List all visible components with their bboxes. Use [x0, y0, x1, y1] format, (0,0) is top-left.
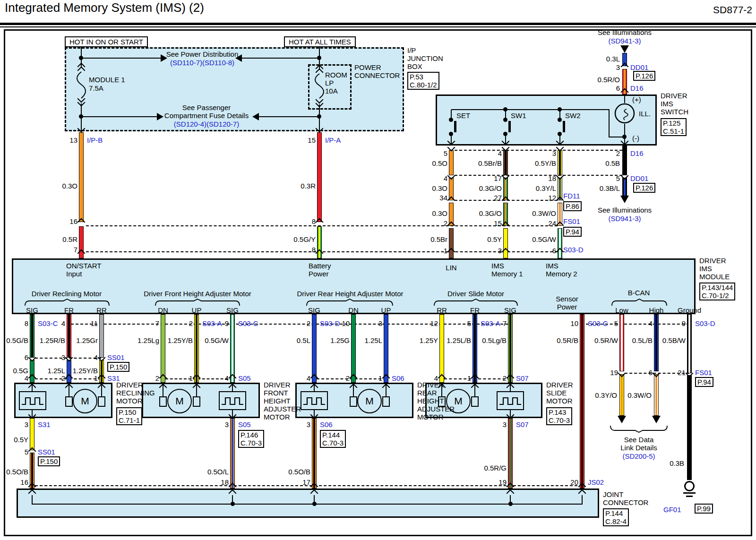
hot-label: HOT IN ON OR START: [65, 36, 148, 47]
wire-gauge: 1.25Gr: [76, 336, 98, 344]
refbox: P.99: [695, 504, 713, 514]
pin-number: 5: [467, 319, 471, 327]
connector-name: D16: [630, 84, 644, 92]
connector-name: S03-D: [695, 319, 715, 327]
pin-number: 5: [614, 319, 618, 327]
jb-ref-page: P.53: [410, 73, 437, 81]
wire-gauge: 0.5O/B: [6, 468, 28, 476]
pin-number: 2: [189, 319, 193, 327]
motor2-title: DRIVER: [264, 381, 291, 389]
page-title: Integrated Memory System (IMS) (2): [5, 4, 204, 12]
wire-g4-fr: [472, 314, 477, 383]
wire-g2-dn: [161, 314, 165, 383]
see-illuminations-ref: (SD941-3): [608, 214, 641, 223]
pin-number: 16: [20, 478, 28, 486]
module-pin-label: RR: [437, 306, 447, 314]
pin-number: 3: [61, 353, 65, 361]
see-data-link-2: Link Details: [620, 444, 657, 452]
ref-page: P.144: [322, 431, 344, 439]
position-sensor-icon: [19, 391, 46, 410]
connector-name: S03-C: [38, 319, 58, 327]
wire-gauge: 0.3G/O: [479, 209, 502, 217]
connector-name: S03-A: [481, 319, 500, 327]
pin-number: 18: [548, 174, 556, 182]
module-pin-label: DN: [348, 306, 359, 314]
pin-number: 15: [308, 136, 316, 144]
fuse2-rating: 10A: [325, 87, 338, 95]
jb-name-3: BOX: [407, 62, 422, 70]
module-input-mem1-1: IMS: [491, 262, 504, 270]
pin-number: 8: [312, 217, 316, 225]
connector-name: I/P-A: [325, 136, 341, 144]
motor-terminal-icon: [98, 396, 105, 407]
power-connector-label-1: POWER: [354, 63, 381, 71]
connector-name: I/P-B: [87, 136, 103, 144]
pin-number: 3: [25, 420, 28, 429]
module-input-mem1-2: Memory 1: [491, 270, 523, 278]
connector-name: SS01: [38, 448, 55, 456]
pin-number: 5: [25, 448, 28, 456]
fuse1-rating: 7.5A: [89, 84, 103, 92]
module-pin-label: FR: [470, 306, 480, 314]
arrow-down-icon: [618, 416, 626, 423]
minus-label: (-): [632, 134, 639, 142]
title-rule-thick: [0, 23, 756, 25]
switch-bus-line: [451, 109, 610, 110]
ill-label: ILL.: [639, 110, 651, 118]
wire-bcan-low: [619, 314, 624, 371]
power-connector-label-2: CONNECTOR: [354, 71, 400, 79]
module-title-3: MODULE: [699, 273, 730, 281]
motor1-title: RECLINING: [116, 389, 155, 397]
refbox: P.144 C.70-3: [320, 430, 346, 448]
wire-gauge: 0.5Y: [14, 436, 28, 444]
wire-gauge: 0.5L: [297, 336, 310, 344]
connector-name: S05: [238, 374, 251, 382]
arrow-down-icon: [652, 416, 661, 423]
plus-label: (+): [632, 95, 641, 103]
ref-page: P.86: [566, 202, 579, 210]
wire-g3-up: [384, 314, 388, 383]
wire-gauge: 0.3W/O: [627, 391, 652, 399]
wire-ipa-0.3R: [317, 132, 322, 222]
pin-number: 6: [649, 369, 653, 377]
pin-number: 7: [74, 246, 77, 254]
junction-dot: [503, 107, 507, 111]
group-brace: [306, 299, 393, 306]
wire-gauge: 1.25L: [47, 367, 65, 375]
wire-gauge: 1.25Y/B: [73, 367, 98, 375]
ref-conn: C.70-1/2: [702, 291, 733, 300]
wire-g3-dn: [351, 314, 356, 383]
jb-name-1: I/P: [407, 46, 416, 54]
connector-name: S03-C: [238, 319, 258, 327]
pin-number: 9: [225, 319, 229, 327]
wire-gauge: 0.5R/O: [597, 76, 620, 84]
connector-name: JS02: [588, 478, 604, 486]
pin-number: 2: [616, 149, 620, 157]
motor3-title: HEIGHT: [417, 397, 444, 405]
group-brace: [25, 299, 110, 306]
pin-number: 4: [25, 374, 28, 382]
connector-name: S03-D: [563, 246, 584, 254]
refbox: P.94: [695, 377, 713, 387]
wire-gauge: 0.5G: [13, 367, 28, 375]
wire-gauge: 0.5R: [62, 235, 77, 243]
wire-gauge: 0.5G/W: [532, 235, 556, 243]
wire-gauge: 0.3Y/O: [595, 391, 617, 399]
wire-gauge: 0.5Br: [430, 235, 447, 243]
connector-name: S03-C: [588, 319, 608, 327]
pin-number: 2: [307, 319, 310, 327]
connector-name: S07: [516, 420, 529, 429]
group-name: Driver Front Height Adjuster Motor: [144, 290, 251, 298]
connector-row-dash: [455, 150, 622, 151]
module-title-1: DRIVER: [699, 257, 726, 265]
switch-contact-icon: [563, 121, 565, 132]
position-sensor-icon: [219, 391, 246, 410]
sensor-power-label-2: Power: [557, 303, 577, 311]
wire-gauge: 0.5O: [432, 159, 447, 167]
motor4-refbox: P.143 C.70-3: [546, 407, 572, 425]
ref-page: P.150: [119, 408, 140, 416]
ref-page: P.126: [636, 72, 653, 80]
pin-number: 3: [552, 149, 556, 157]
wire-ground-0.3B: [687, 375, 692, 480]
wire-ipb-0.3O: [79, 132, 84, 222]
